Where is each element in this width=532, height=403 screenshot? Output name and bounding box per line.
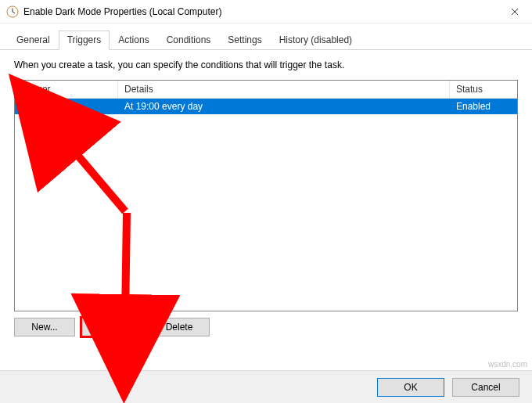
tab-content: When you create a task, you can specify … — [0, 50, 532, 344]
column-header-status[interactable]: Status — [450, 81, 517, 98]
close-button[interactable] — [497, 0, 532, 23]
table-row[interactable]: Daily At 19:00 every day Enabled — [15, 99, 517, 114]
new-button[interactable]: New... — [14, 318, 75, 336]
table-header: Trigger Details Status — [15, 81, 517, 99]
action-buttons-row: New... Edit... Delete — [14, 318, 518, 336]
triggers-table: Trigger Details Status Daily At 19:00 ev… — [14, 80, 518, 311]
cell-status: Enabled — [450, 99, 517, 114]
description-text: When you create a task, you can specify … — [14, 59, 518, 70]
titlebar: Enable Dark Mode Properties (Local Compu… — [0, 0, 532, 23]
cell-details: At 19:00 every day — [118, 99, 450, 114]
tab-conditions[interactable]: Conditions — [158, 31, 220, 50]
cancel-button[interactable]: Cancel — [452, 378, 519, 397]
delete-button[interactable]: Delete — [149, 318, 210, 336]
dialog-footer: OK Cancel — [0, 370, 532, 403]
tab-actions[interactable]: Actions — [110, 31, 157, 50]
tab-settings[interactable]: Settings — [219, 31, 270, 50]
table-body: Daily At 19:00 every day Enabled — [15, 99, 517, 114]
ok-button[interactable]: OK — [377, 378, 444, 397]
window-title: Enable Dark Mode Properties (Local Compu… — [23, 6, 497, 17]
tab-general[interactable]: General — [8, 31, 59, 50]
watermark-text: wsxdn.com — [488, 360, 527, 369]
cell-trigger: Daily — [15, 99, 118, 114]
tab-history[interactable]: History (disabled) — [271, 31, 361, 50]
edit-button[interactable]: Edit... — [81, 318, 142, 336]
tab-triggers[interactable]: Triggers — [59, 31, 110, 50]
column-header-details[interactable]: Details — [118, 81, 450, 98]
tab-bar: General Triggers Actions Conditions Sett… — [0, 23, 532, 50]
column-header-trigger[interactable]: Trigger — [15, 81, 118, 98]
task-scheduler-icon — [6, 5, 19, 18]
